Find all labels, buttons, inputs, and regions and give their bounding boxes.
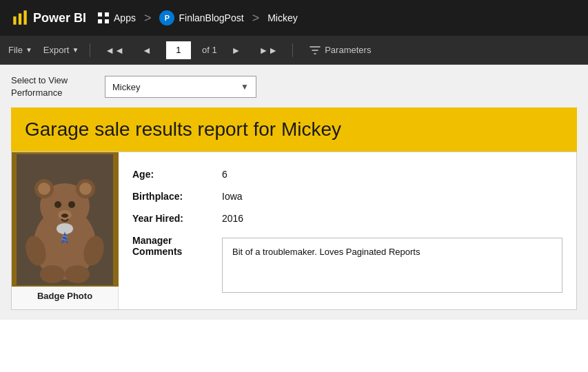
report-title: Garage sale results report for Mickey xyxy=(25,118,563,141)
nav-next-button[interactable]: ► xyxy=(228,43,245,57)
file-label: File xyxy=(8,45,23,55)
year-hired-row: Year Hired: 2016 xyxy=(132,207,562,229)
file-chevron-icon: ▼ xyxy=(26,46,32,54)
svg-point-21 xyxy=(65,265,90,283)
svg-point-11 xyxy=(38,183,50,195)
svg-point-14 xyxy=(54,201,61,208)
selector-row: Select to View Performance Mickey ▼ xyxy=(11,74,577,99)
parameters-button[interactable]: Parameters xyxy=(310,45,371,56)
teddy-bear-svg xyxy=(17,154,113,285)
year-hired-label: Year Hired: xyxy=(132,213,222,224)
svg-point-15 xyxy=(68,201,75,208)
toolbar-divider-1 xyxy=(90,43,90,57)
file-menu[interactable]: File ▼ xyxy=(8,45,32,55)
top-nav: Power BI Apps > P FinlanBlogPost > Micke… xyxy=(0,0,588,36)
selector-value: Mickey xyxy=(112,82,140,92)
nav-blog[interactable]: P FinlanBlogPost xyxy=(159,10,243,25)
nav-last-button[interactable]: ►► xyxy=(255,43,281,57)
page-number-input[interactable] xyxy=(166,41,191,59)
selector-dropdown[interactable]: Mickey ▼ xyxy=(105,76,256,98)
export-chevron-icon: ▼ xyxy=(72,46,79,54)
nav-first-button[interactable]: ◄◄ xyxy=(101,43,128,57)
page-of-label: of 1 xyxy=(202,45,217,55)
manager-value: Bit of a troublemaker. Loves Paginated R… xyxy=(232,247,420,257)
powerbi-label: Power BI xyxy=(33,11,86,25)
svg-rect-5 xyxy=(98,19,102,23)
age-value: 6 xyxy=(222,169,562,180)
nav-prev-button[interactable]: ◄ xyxy=(139,43,155,57)
parameters-label: Parameters xyxy=(325,45,371,55)
badge-photo-image xyxy=(12,152,119,287)
selector-label: Select to View Performance xyxy=(11,74,94,99)
svg-rect-0 xyxy=(13,17,16,25)
birthplace-label: Birthplace: xyxy=(132,191,222,202)
badge-photo-label: Badge Photo xyxy=(37,287,92,304)
toolbar: File ▼ Export ▼ ◄◄ ◄ of 1 ► ►► Parameter… xyxy=(0,36,588,65)
report-label: Mickey xyxy=(267,12,298,23)
nav-apps[interactable]: Apps xyxy=(97,12,136,24)
svg-point-20 xyxy=(40,265,65,283)
age-label: Age: xyxy=(132,169,222,180)
powerbi-logo: Power BI xyxy=(11,9,86,27)
report-body: Badge Photo Age: 6 Birthplace: Iowa Year… xyxy=(11,152,577,310)
toolbar-divider-2 xyxy=(292,43,293,57)
export-menu[interactable]: Export ▼ xyxy=(43,45,79,55)
manager-comments-box: Bit of a troublemaker. Loves Paginated R… xyxy=(222,238,562,293)
apps-grid-icon xyxy=(97,12,110,24)
comments-row: Manager Comments Bit of a troublemaker. … xyxy=(132,229,562,298)
nav-separator-1: > xyxy=(144,11,152,25)
age-row: Age: 6 xyxy=(132,163,562,185)
svg-point-13 xyxy=(79,183,92,195)
report-header: Garage sale results report for Mickey xyxy=(11,107,577,152)
filter-icon xyxy=(310,45,321,56)
svg-rect-4 xyxy=(105,12,109,17)
main-content: Select to View Performance Mickey ▼ Gara… xyxy=(0,65,588,320)
powerbi-logo-icon xyxy=(11,9,29,27)
birthplace-value: Iowa xyxy=(222,191,562,202)
nav-separator-2: > xyxy=(252,11,260,25)
svg-rect-6 xyxy=(105,19,109,23)
svg-rect-1 xyxy=(19,14,21,25)
dropdown-arrow-icon: ▼ xyxy=(241,82,249,92)
apps-label: Apps xyxy=(114,12,136,23)
blog-label: FinlanBlogPost xyxy=(179,12,243,23)
birthplace-row: Birthplace: Iowa xyxy=(132,185,562,207)
blog-icon: P xyxy=(159,10,174,25)
svg-point-17 xyxy=(61,214,68,218)
nav-report[interactable]: Mickey xyxy=(267,12,298,23)
info-section: Age: 6 Birthplace: Iowa Year Hired: 2016… xyxy=(119,152,576,309)
manager-label: Manager Comments xyxy=(132,235,222,257)
export-label: Export xyxy=(43,45,70,55)
svg-rect-3 xyxy=(98,12,102,17)
svg-rect-2 xyxy=(23,10,26,25)
year-hired-value: 2016 xyxy=(222,213,562,224)
badge-photo-section: Badge Photo xyxy=(12,152,119,309)
